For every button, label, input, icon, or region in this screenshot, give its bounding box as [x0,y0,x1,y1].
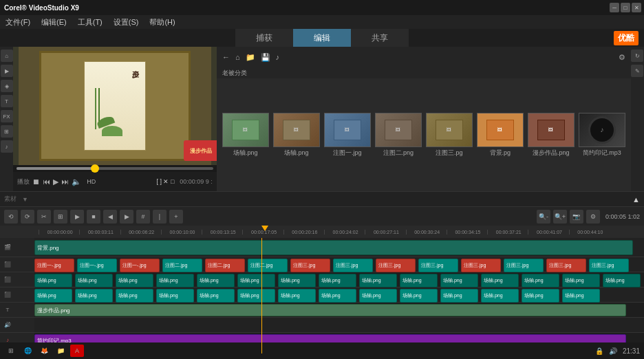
tl-btn-cut[interactable]: ✂ [37,210,51,224]
clip-ov1-12[interactable]: 注图三.jpg [546,259,586,272]
tool-btn-title[interactable]: T [1,95,13,107]
clip-ov1-1[interactable]: 注图一-.jpg [77,259,117,272]
media-item-3[interactable]: 🖼 注图二.png [375,113,422,157]
clip-ov3-1[interactable]: 场轴.png [75,289,113,303]
clip-ov3-7[interactable]: 场轴.png [319,289,356,303]
media-item-7[interactable]: ♪ 简约印记.mp3 [579,113,625,157]
media-music-btn[interactable]: ♪ [276,53,280,61]
preview-btn-stop[interactable]: ⏹ [32,177,40,186]
clip-ov2-10[interactable]: 场轴.png [440,274,478,287]
close-button[interactable]: ✕ [632,3,641,12]
clip-ov2-7[interactable]: 场轴.png [319,274,356,287]
preview-btn-next[interactable]: ⏭ [61,177,69,186]
tool-btn-fx[interactable]: FX [1,110,13,122]
clip-ov3-6[interactable]: 场轴.png [278,289,316,303]
clip-ov1-9[interactable]: 注图三.jpg [418,259,458,272]
media-item-0[interactable]: 🖼 场轴.png [222,113,269,157]
clip-ov3-5[interactable]: 场轴.png [237,289,275,303]
clip-ov2-8[interactable]: 场轴.png [359,274,397,287]
media-item-5[interactable]: 🖼 背景.pg [477,113,524,157]
preview-quality-hd[interactable]: HD [87,178,96,185]
clip-ov2-12[interactable]: 场轴.png [522,274,559,287]
clip-ov3-12[interactable]: 场轴.png [522,289,559,303]
menu-tools[interactable]: 工具(T) [78,17,103,28]
tl-btn-next[interactable]: ▶ [120,210,133,224]
start-button[interactable]: ⊞ [4,345,18,357]
clip-ov3-10[interactable]: 场轴.png [440,289,478,303]
clip-ov1-0[interactable]: 注图一-.jpg [34,259,74,272]
preview-btn-play[interactable]: ▶ [53,177,58,186]
right-tool-2[interactable]: ✎ [631,65,643,77]
clip-ov2-11[interactable]: 场轴.png [481,274,519,287]
clip-ov2-0[interactable]: 场轴.png [34,274,72,287]
clip-ov1-5[interactable]: 注图二.jpg [248,259,288,272]
tl-btn-snap[interactable]: # [136,210,150,224]
tl-btn-grid[interactable]: ⊞ [54,210,67,224]
tl-btn-prev[interactable]: ◀ [103,210,117,224]
clip-ov1-2[interactable]: 注图一-.jpg [120,259,160,272]
clip-bg[interactable]: 背景.png [34,240,633,255]
tool-btn-overlay[interactable]: ⊞ [1,125,13,138]
menu-settings[interactable]: 设置(S) [114,17,139,28]
clip-ov1-3[interactable]: 注图二.jpg [162,259,202,272]
taskbar-ie[interactable]: 🌐 [21,345,34,357]
taskbar-firefox[interactable]: 🦊 [37,345,51,357]
tl-settings-btn[interactable]: ⚙ [586,210,600,224]
media-back-btn[interactable]: ← [222,53,230,61]
clip-ov1-6[interactable]: 注图三.jpg [290,259,330,272]
media-item-1[interactable]: 🖼 场轴.png [273,113,320,157]
clip-ov3-13[interactable]: 场轴.png [562,289,600,303]
clip-ov2-2[interactable]: 场轴.png [116,274,153,287]
clip-ov1-8[interactable]: 注图三.jpg [376,259,416,272]
clip-ov3-0[interactable]: 场轴.png [34,289,72,303]
tool-btn-transition[interactable]: ◈ [1,80,13,92]
tl-screenshot-btn[interactable]: 📷 [570,210,583,224]
clip-ov1-13[interactable]: 注图三.jpg [589,259,629,272]
media-item-4[interactable]: 🖼 注图三.pg [426,113,473,157]
clip-ov1-4[interactable]: 注图二.jpg [205,259,245,272]
tl-btn-stop[interactable]: ■ [87,210,100,224]
clip-ov2-13[interactable]: 场轴.png [562,274,600,287]
clip-ov2-14[interactable]: 场轴.png [603,274,641,287]
right-tool-1[interactable]: ↻ [631,50,643,62]
clip-ov3-9[interactable]: 场轴.png [400,289,438,303]
taskbar-app2[interactable]: A [70,345,84,357]
clip-ov3-11[interactable]: 场轴.png [481,289,519,303]
media-home-btn[interactable]: ⌂ [235,53,240,61]
clip-ov2-3[interactable]: 场轴.png [156,274,194,287]
taskbar-app1[interactable]: 📁 [54,345,67,357]
clip-ov1-10[interactable]: 注图三.jpg [461,259,501,272]
menu-file[interactable]: 文件(F) [6,17,30,28]
tool-btn-audio[interactable]: ♪ [1,140,13,153]
tool-btn-home[interactable]: ⌂ [1,50,13,62]
media-save-btn[interactable]: 💾 [261,53,270,62]
clip-title[interactable]: 漫步作品.png [34,304,626,316]
zoom-in-btn[interactable]: 🔍+ [553,210,567,224]
tab-capture[interactable]: 捕获 [235,29,293,47]
clip-ov3-4[interactable]: 场轴.png [197,289,235,303]
media-folder-btn[interactable]: 📁 [246,53,255,62]
media-settings-btn[interactable]: ⚙ [619,53,625,62]
clip-ov3-3[interactable]: 场轴.png [156,289,194,303]
playhead-marker[interactable] [261,226,268,231]
tl-btn-play[interactable]: ▶ [70,210,84,224]
clip-ov3-2[interactable]: 场轴.png [116,289,153,303]
clip-ov2-4[interactable]: 场轴.png [197,274,235,287]
clip-ov2-6[interactable]: 场轴.png [278,274,316,287]
clip-ov1-7[interactable]: 注图三.jpg [333,259,373,272]
clip-ov1-11[interactable]: 注图三.jpg [504,259,544,272]
clip-ov2-5[interactable]: 场轴.png [237,274,275,287]
tl-btn-undo[interactable]: ⟲ [4,210,18,224]
media-item-2[interactable]: 🖼 注图一.jpg [324,113,371,157]
divider-expand[interactable]: ▲ [632,195,640,204]
tl-btn-redo[interactable]: ⟳ [21,210,34,224]
media-item-6[interactable]: 🖼 漫步作品.png [528,113,575,157]
tab-share[interactable]: 共享 [351,29,409,47]
menu-help[interactable]: 帮助(H) [149,17,175,28]
preview-btn-voldown[interactable]: 🔈 [72,177,81,186]
clip-ov3-8[interactable]: 场轴.png [359,289,397,303]
maximize-button[interactable]: □ [621,3,630,12]
tl-btn-marker[interactable]: | [153,210,167,224]
tab-edit[interactable]: 编辑 [293,29,351,47]
tl-btn-add[interactable]: + [169,210,183,224]
